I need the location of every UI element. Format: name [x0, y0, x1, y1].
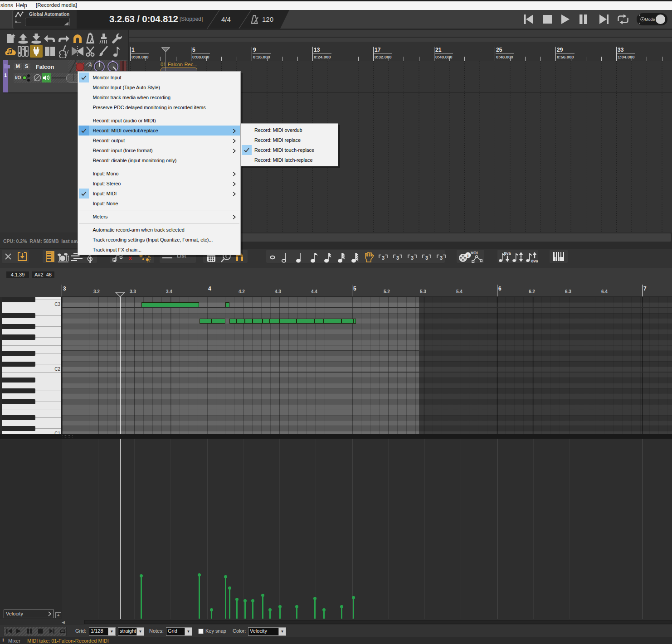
- svg-text:3: 3: [411, 255, 414, 261]
- svg-text:3: 3: [425, 255, 428, 261]
- svg-text:3: 3: [440, 255, 443, 261]
- svg-text:8va: 8va: [531, 259, 538, 263]
- svg-text:3: 3: [382, 255, 385, 261]
- svg-text:8va: 8va: [504, 251, 511, 256]
- svg-text:i: i: [467, 253, 469, 258]
- svg-text:3: 3: [396, 255, 399, 261]
